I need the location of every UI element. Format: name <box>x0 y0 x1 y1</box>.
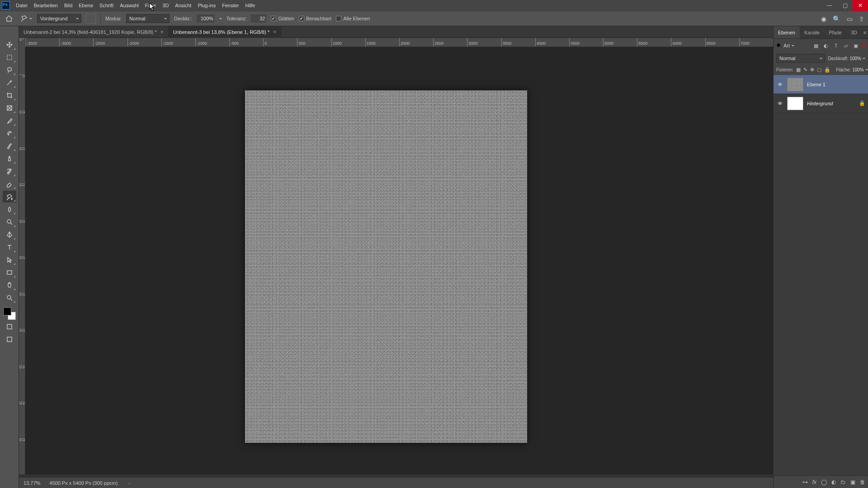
menu-fenster[interactable]: Fenster <box>219 0 242 11</box>
pattern-picker[interactable] <box>86 14 96 23</box>
bucket-tool[interactable] <box>3 191 16 202</box>
dodge-tool[interactable] <box>3 216 16 228</box>
panel-tab-3d[interactable]: 3D <box>846 26 862 38</box>
doc-info[interactable]: 4500 Px x 5400 Px (300 ppcm) <box>49 480 118 486</box>
filter-adjust-icon[interactable]: ◐ <box>822 42 830 50</box>
filter-text-icon[interactable]: T <box>832 42 840 50</box>
quickmask-button[interactable] <box>3 321 16 333</box>
filter-pixel-icon[interactable]: ▦ <box>812 42 820 50</box>
menu-filter[interactable]: Filter <box>142 0 159 11</box>
layer-fill-slider[interactable] <box>865 69 868 72</box>
window-maximize-button[interactable]: ▢ <box>837 0 853 11</box>
text-tool[interactable] <box>3 241 16 253</box>
frame-tool[interactable] <box>3 102 16 114</box>
delete-layer-icon[interactable]: 🗑 <box>860 479 865 485</box>
opacity-input[interactable] <box>197 14 215 23</box>
menu-datei[interactable]: Datei <box>13 0 31 11</box>
menu-auswahl[interactable]: Auswahl <box>117 0 142 11</box>
contiguous-checkbox[interactable] <box>299 16 304 21</box>
document-tab[interactable]: Unbenannt-3 bei 13,8% (Ebene 1, RGB/8) *… <box>169 26 281 38</box>
menu-hilfe[interactable]: Hilfe <box>242 0 258 11</box>
window-minimize-button[interactable]: ― <box>822 0 837 11</box>
hand-tool[interactable] <box>3 279 16 291</box>
menu-ebene[interactable]: Ebene <box>75 0 96 11</box>
share-icon[interactable]: ⇪ <box>859 15 864 23</box>
layer-fx-icon[interactable]: fx <box>812 479 816 485</box>
layer-opacity-slider[interactable] <box>863 58 865 61</box>
layer-opacity-value[interactable]: 100% <box>849 56 861 61</box>
healing-tool[interactable] <box>3 127 16 139</box>
close-tab-icon[interactable]: × <box>273 29 276 35</box>
tolerance-input[interactable] <box>251 14 266 23</box>
eyedropper-tool[interactable] <box>3 115 16 127</box>
menu-bild[interactable]: Bild <box>61 0 75 11</box>
menu-3d[interactable]: 3D <box>159 0 172 11</box>
canvas-viewport[interactable] <box>25 47 773 474</box>
layer-thumbnail[interactable] <box>787 97 803 110</box>
layer-group-icon[interactable]: 🗀 <box>840 479 846 485</box>
layer-name-label[interactable]: Hintergrund <box>807 101 855 106</box>
close-tab-icon[interactable]: × <box>160 29 164 35</box>
blur-tool[interactable] <box>3 203 16 215</box>
new-layer-icon[interactable]: ▣ <box>850 479 855 485</box>
lasso-tool[interactable] <box>3 64 16 76</box>
layer-fill-value[interactable]: 100% <box>852 67 864 72</box>
menu-ansicht[interactable]: Ansicht <box>172 0 194 11</box>
menu-schrift[interactable]: Schrift <box>96 0 117 11</box>
history-brush-tool[interactable] <box>3 165 16 177</box>
panel-tab-pfade[interactable]: Pfade <box>824 26 846 38</box>
stamp-tool[interactable] <box>3 153 16 164</box>
menu-plug-ins[interactable]: Plug-ins <box>194 0 219 11</box>
document-tab[interactable]: Unbenannt-2 bei 14,3% (field-406181_1920… <box>19 26 169 38</box>
window-close-button[interactable]: ✕ <box>853 0 868 11</box>
adjustment-layer-icon[interactable]: ◐ <box>831 479 836 485</box>
layer-mask-icon[interactable]: ◯ <box>821 479 827 485</box>
filter-toggle[interactable] <box>863 42 865 49</box>
filter-shape-icon[interactable]: ▱ <box>842 42 850 50</box>
panel-tab-kanäle[interactable]: Kanäle <box>800 26 824 38</box>
shape-tool[interactable] <box>3 267 16 278</box>
layer-visibility-icon[interactable]: 👁 <box>776 81 783 88</box>
opacity-slider-toggle[interactable] <box>219 18 222 21</box>
zoom-tool[interactable] <box>3 292 16 304</box>
all-layers-checkbox[interactable] <box>336 16 341 21</box>
layer-visibility-icon[interactable]: 👁 <box>776 100 783 107</box>
ruler-horizontal[interactable]: -3500-3000-2500-2000-1500-1000-500050010… <box>25 38 773 47</box>
foreground-color-swatch[interactable] <box>3 307 11 315</box>
wand-tool[interactable] <box>3 77 16 89</box>
fill-source-dropdown[interactable]: Vordergrund <box>37 14 81 23</box>
lock-all-icon[interactable]: 🔒 <box>824 66 830 73</box>
home-button[interactable] <box>3 13 15 24</box>
zoom-level[interactable]: 13,77% <box>24 480 40 486</box>
ruler-vertical[interactable]: -500050010001500200025003000350040004500… <box>19 38 25 474</box>
panel-tab-ebenen[interactable]: Ebenen <box>774 26 800 38</box>
path-select-tool[interactable] <box>3 254 16 266</box>
lock-position-icon[interactable]: ✥ <box>810 66 814 73</box>
brush-tool[interactable] <box>3 140 16 152</box>
cloud-docs-icon[interactable]: ◉ <box>821 15 826 23</box>
screenmode-button[interactable] <box>3 333 16 345</box>
lock-artboard-icon[interactable]: ▢ <box>817 66 821 73</box>
panel-menu-icon[interactable]: ≡ <box>862 26 868 38</box>
layer-blend-mode-dropdown[interactable]: Normal <box>776 54 825 63</box>
crop-tool[interactable] <box>3 89 16 101</box>
document-canvas[interactable] <box>245 90 527 443</box>
layer-name-label[interactable]: Ebene 1 <box>807 82 865 87</box>
layer-filter-type[interactable]: Art <box>776 43 794 48</box>
search-icon[interactable]: 🔍 <box>833 15 840 23</box>
menu-bearbeiten[interactable]: Bearbeiten <box>31 0 61 11</box>
pen-tool[interactable] <box>3 229 16 240</box>
layer-row[interactable]: 👁Ebene 1 <box>774 75 868 94</box>
workspace-icon[interactable]: ▭ <box>847 15 853 23</box>
marquee-tool[interactable] <box>3 52 16 63</box>
layer-row[interactable]: 👁Hintergrund🔒 <box>774 94 868 113</box>
doc-info-menu[interactable]: › <box>128 480 130 486</box>
lock-transparency-icon[interactable]: ▩ <box>796 66 801 73</box>
antialias-checkbox[interactable] <box>271 16 276 21</box>
blend-mode-dropdown[interactable]: Normal <box>126 14 170 23</box>
layer-thumbnail[interactable] <box>787 78 803 91</box>
move-tool[interactable] <box>3 39 16 51</box>
current-tool-icon[interactable] <box>20 13 33 24</box>
eraser-tool[interactable] <box>3 178 16 190</box>
link-layers-icon[interactable]: ⊶ <box>802 479 808 485</box>
